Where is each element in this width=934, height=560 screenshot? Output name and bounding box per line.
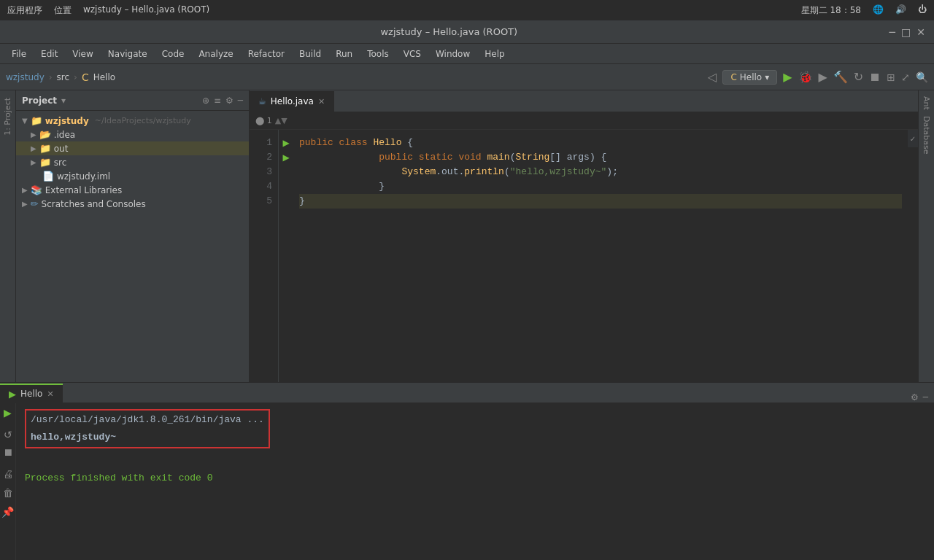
param-args: args: [561, 150, 590, 165]
external-label: External Libraries: [45, 185, 122, 195]
breadcrumb-sep: ▲▼: [275, 116, 287, 125]
expand-button[interactable]: ⤢: [901, 71, 910, 83]
project-header: Project ▾ ⊕ ≡ ⚙ ─: [16, 90, 249, 111]
bottom-content: ▶ ↺ ⏹ 🖨 🗑 📌 /usr/local/java/jdk1.8.0_261…: [0, 403, 934, 560]
run-config-dropdown-icon[interactable]: ▾: [765, 72, 769, 82]
system-bar-right: 星期二 18：58 🌐 🔊 ⏻: [801, 4, 927, 17]
database-label[interactable]: Database: [922, 110, 931, 155]
out-field: out: [441, 165, 458, 179]
tree-item-idea[interactable]: ▶ 📂 .idea: [16, 128, 249, 141]
run-line1-button[interactable]: ▶: [280, 136, 292, 150]
bracket: []: [549, 150, 561, 165]
tree-item-src[interactable]: ▶ 📁 src: [16, 155, 249, 169]
minimize-panel-icon[interactable]: ─: [238, 96, 243, 106]
run-config-button[interactable]: C Hello ▾: [722, 70, 777, 85]
project-panel: Project ▾ ⊕ ≡ ⚙ ─ ▼ 📁 wzjstudy ~/IdeaPro…: [16, 90, 250, 382]
tree-item-external[interactable]: ▶ 📚 External Libraries: [16, 183, 249, 197]
power-icon: ⏻: [918, 4, 927, 17]
tree-item-out[interactable]: ▶ 📁 out: [16, 141, 249, 155]
external-arrow: ▶: [22, 186, 28, 194]
frame-button[interactable]: ⊞: [887, 71, 895, 83]
sync-button[interactable]: ↻: [854, 70, 863, 84]
menu-tools[interactable]: Tools: [361, 47, 395, 61]
tree-root[interactable]: ▼ 📁 wzjstudy ~/IdeaProjects/wzjstudy: [16, 114, 249, 128]
stop-button[interactable]: ⏹: [869, 70, 881, 84]
tab-close-icon[interactable]: ✕: [318, 97, 325, 106]
coverage-button[interactable]: ▶: [819, 70, 827, 84]
console-output: /usr/local/java/jdk1.8.0_261/bin/java ..…: [16, 403, 934, 560]
add-icon[interactable]: ⊕: [202, 96, 209, 106]
pin-icon[interactable]: 📌: [1, 505, 15, 518]
system-bar-left: 应用程序 位置 wzjstudy – Hello.java (ROOT): [7, 4, 209, 17]
editor-area: ☕ Hello.java ✕ ⬤ 1 ▲▼ 1 2 3 4 5 ▶ ▶: [250, 90, 918, 382]
collapse-icon[interactable]: ≡: [214, 96, 221, 106]
title-bar: wzjstudy – Hello.java (ROOT) ─ □ ✕: [0, 20, 934, 44]
minimize-tab-icon[interactable]: ─: [923, 392, 928, 402]
idea-arrow: ▶: [31, 131, 36, 139]
brace-close-outer: }: [299, 194, 305, 209]
search-everywhere-icon[interactable]: 🔍: [916, 71, 928, 83]
gutter-indicator: ✓: [908, 130, 918, 147]
run-tab-close[interactable]: ✕: [47, 389, 53, 399]
toolbar-hello[interactable]: Hello: [93, 72, 115, 82]
menu-help[interactable]: Help: [479, 47, 510, 61]
bottom-left-icons: ▶ ↺ ⏹ 🖨 🗑 📌: [0, 403, 16, 560]
toolbar-sep1: ›: [49, 72, 53, 82]
build-button[interactable]: 🔨: [833, 70, 848, 84]
print-icon[interactable]: 🖨: [1, 467, 15, 481]
toolbar-project[interactable]: wzjstudy: [6, 72, 45, 82]
run-again-icon[interactable]: ▶: [1, 406, 15, 419]
menu-navigate[interactable]: Navigate: [102, 47, 153, 61]
menu-edit[interactable]: Edit: [35, 47, 63, 61]
run-tab[interactable]: ▶ Hello ✕: [0, 384, 63, 402]
menu-analyze[interactable]: Analyze: [193, 47, 239, 61]
menu-build[interactable]: Build: [293, 47, 327, 61]
main-area: 1: Project Project ▾ ⊕ ≡ ⚙ ─ ▼ 📁 wzjstud…: [0, 90, 934, 382]
kw-void: void: [458, 150, 487, 165]
maximize-button[interactable]: □: [901, 26, 911, 38]
trash-icon[interactable]: 🗑: [1, 486, 15, 499]
tree-item-scratches[interactable]: ▶ ✏️ Scratches and Consoles: [16, 197, 249, 211]
menu-code[interactable]: Code: [156, 47, 190, 61]
menu-run[interactable]: Run: [330, 47, 358, 61]
tree-item-iml[interactable]: 📄 wzjstudy.iml: [16, 169, 249, 183]
toolbar-src[interactable]: src: [57, 72, 70, 82]
settings-icon[interactable]: ⚙: [225, 96, 234, 106]
project-side-label[interactable]: 1: Project: [1, 93, 14, 140]
back-icon[interactable]: ◁: [708, 70, 717, 84]
src-label: src: [54, 158, 67, 168]
run-button[interactable]: ▶: [783, 70, 792, 84]
bottom-tab-icons: ⚙ ─: [911, 392, 934, 402]
stop-run-icon[interactable]: ⏹: [1, 446, 15, 459]
title-bar-title: wzjstudy – Hello.java (ROOT): [380, 26, 517, 37]
tab-file-icon: ☕: [258, 96, 266, 106]
run-line2-button[interactable]: ▶: [280, 150, 292, 165]
minimize-button[interactable]: ─: [889, 26, 895, 38]
menu-view[interactable]: View: [66, 47, 99, 61]
project-header-caret[interactable]: ▾: [61, 96, 66, 106]
debug-button[interactable]: 🐞: [798, 70, 813, 84]
code-content: public class Hello { public static void …: [293, 130, 908, 382]
project-header-icons: ⊕ ≡ ⚙ ─: [202, 96, 243, 106]
root-label: wzjstudy: [45, 116, 89, 126]
root-folder-icon: 📁: [31, 115, 42, 126]
src-folder-icon: 📁: [39, 157, 51, 168]
code-line-5: }: [299, 194, 902, 209]
menu-refactor[interactable]: Refactor: [242, 47, 290, 61]
run-tab-icon: ▶: [9, 389, 16, 400]
toolbar-right: ◁ C Hello ▾ ▶ 🐞 ▶ 🔨 ↻ ⏹ ⊞ ⤢ 🔍: [708, 70, 928, 85]
menu-file[interactable]: File: [6, 47, 32, 61]
ant-label[interactable]: Ant: [922, 90, 931, 110]
menu-vcs[interactable]: VCS: [398, 47, 427, 61]
app-menu[interactable]: 应用程序: [7, 4, 42, 17]
settings-tab-icon[interactable]: ⚙: [911, 392, 919, 402]
idea-label: .idea: [54, 130, 76, 140]
console-cmd-line: /usr/local/java/jdk1.8.0_261/bin/java ..…: [25, 409, 925, 448]
editor-tab-hello[interactable]: ☕ Hello.java ✕: [250, 91, 334, 112]
scratches-label: Scratches and Consoles: [42, 199, 146, 209]
menu-window[interactable]: Window: [430, 47, 476, 61]
close-button[interactable]: ✕: [916, 26, 925, 38]
rerun-icon[interactable]: ↺: [1, 428, 15, 441]
position-menu[interactable]: 位置: [54, 4, 72, 17]
console-blank: [25, 454, 925, 470]
